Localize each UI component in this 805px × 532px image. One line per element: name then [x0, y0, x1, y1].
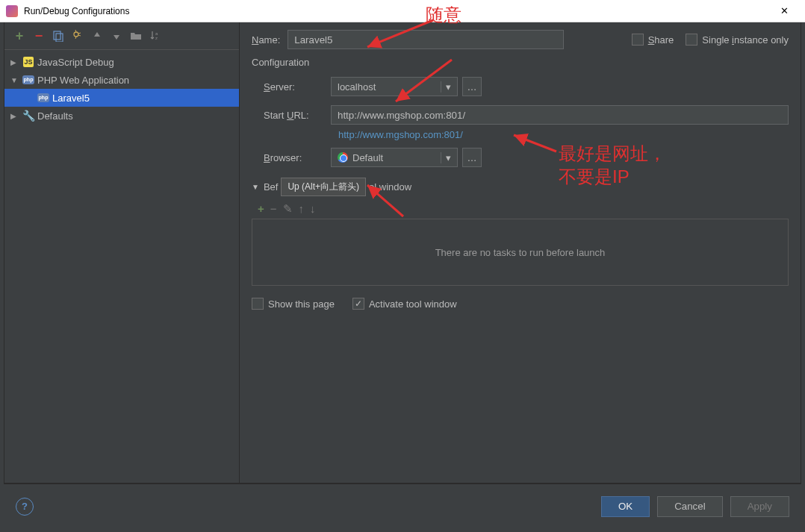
- checkbox-icon: [632, 34, 644, 46]
- browser-label: Browser:: [264, 152, 331, 163]
- share-checkbox[interactable]: Share: [632, 34, 674, 46]
- start-url-input[interactable]: [331, 105, 789, 125]
- dialog-body: + − az ▶ JS Jav: [4, 22, 801, 484]
- browser-value: Default: [352, 152, 383, 163]
- server-label: Server:: [264, 81, 331, 93]
- expand-arrow-icon: ▶: [10, 112, 19, 120]
- svg-point-2: [74, 32, 78, 37]
- tree-item-javascript-debug[interactable]: ▶ JS JavaScript Debug: [4, 53, 239, 71]
- tree-item-php-web-application[interactable]: ▼ php PHP Web Application: [4, 71, 239, 89]
- sort-button[interactable]: az: [148, 28, 163, 43]
- chrome-icon: [338, 152, 348, 163]
- wrench-icon: 🔧: [22, 110, 34, 122]
- tree-item-label: Defaults: [37, 110, 73, 122]
- name-input[interactable]: [288, 30, 564, 49]
- add-task-button[interactable]: +: [258, 202, 264, 216]
- single-instance-label: Single instance only: [702, 34, 789, 46]
- dialog-footer: ? OK Cancel Apply: [4, 484, 801, 528]
- before-launch-section[interactable]: ▼ Bef Up (Alt+向上箭头) ol window: [252, 178, 789, 196]
- activate-tool-window-checkbox[interactable]: Activate tool window: [352, 298, 457, 310]
- server-select[interactable]: localhost ▾: [331, 77, 458, 96]
- close-button[interactable]: ✕: [769, 0, 799, 22]
- php-icon: php: [37, 92, 49, 104]
- php-icon: php: [22, 74, 34, 86]
- name-label: Name:: [252, 34, 280, 46]
- titlebar: Run/Debug Configurations ✕: [0, 0, 805, 22]
- tooltip: Up (Alt+向上箭头): [281, 178, 366, 196]
- config-toolbar: + − az: [4, 28, 239, 50]
- svg-rect-1: [56, 34, 63, 42]
- browser-more-button[interactable]: …: [462, 148, 482, 167]
- show-this-page-label: Show this page: [268, 298, 335, 310]
- server-value: localhost: [338, 81, 376, 93]
- move-down-button[interactable]: [109, 28, 124, 43]
- server-more-button[interactable]: …: [462, 77, 482, 96]
- no-tasks-text: There are no tasks to run before launch: [435, 247, 606, 258]
- svg-rect-0: [54, 31, 60, 40]
- remove-task-button[interactable]: −: [270, 202, 277, 216]
- config-tree: ▶ JS JavaScript Debug ▼ php PHP Web Appl…: [4, 50, 239, 128]
- configurations-panel: + − az ▶ JS Jav: [4, 22, 240, 483]
- js-icon: JS: [22, 56, 34, 68]
- collapse-arrow-icon: ▼: [252, 183, 259, 191]
- browser-select[interactable]: Default ▾: [331, 148, 458, 167]
- expand-arrow-icon: ▶: [10, 58, 19, 66]
- ok-button[interactable]: OK: [601, 496, 650, 517]
- start-url-label: Start URL:: [264, 110, 331, 121]
- share-label: Share: [648, 34, 674, 46]
- svg-text:z: z: [155, 36, 158, 40]
- move-task-up-button[interactable]: ↑: [299, 202, 305, 216]
- start-url-link[interactable]: http://www.mgshop.com:801/: [338, 129, 789, 140]
- single-instance-checkbox[interactable]: Single instance only: [686, 34, 789, 46]
- help-button[interactable]: ?: [16, 498, 34, 516]
- show-this-page-checkbox[interactable]: Show this page: [252, 298, 335, 310]
- configuration-section-title: Configuration: [252, 57, 789, 68]
- activate-tool-window-label: Activate tool window: [369, 298, 457, 310]
- apply-button[interactable]: Apply: [730, 496, 789, 517]
- add-config-button[interactable]: +: [12, 28, 27, 43]
- app-icon: [6, 5, 18, 17]
- collapse-arrow-icon: ▼: [10, 76, 19, 84]
- before-launch-label: Bef: [264, 181, 279, 193]
- tree-item-label: Laravel5: [52, 93, 90, 104]
- chevron-down-icon: ▾: [441, 81, 451, 93]
- cancel-button[interactable]: Cancel: [657, 496, 723, 517]
- remove-config-button[interactable]: −: [31, 28, 46, 43]
- window-title: Run/Debug Configurations: [24, 6, 769, 16]
- before-launch-toolbar: + − ✎ ↑ ↓: [258, 202, 789, 216]
- checkbox-checked-icon: [352, 298, 364, 310]
- before-launch-label-tail: ol window: [369, 181, 411, 193]
- tree-item-laravel5[interactable]: php Laravel5: [4, 89, 239, 107]
- tree-item-label: JavaScript Debug: [37, 57, 114, 68]
- config-form: Name: Share Single instance only Configu…: [240, 22, 801, 483]
- edit-task-button[interactable]: ✎: [283, 202, 293, 216]
- save-config-button[interactable]: [70, 28, 85, 43]
- copy-config-button[interactable]: [51, 28, 66, 43]
- move-task-down-button[interactable]: ↓: [310, 202, 316, 216]
- move-up-button[interactable]: [90, 28, 105, 43]
- checkbox-icon: [686, 34, 697, 46]
- tree-item-defaults[interactable]: ▶ 🔧 Defaults: [4, 107, 239, 125]
- checkbox-icon: [252, 298, 264, 310]
- before-launch-task-list: There are no tasks to run before launch: [252, 219, 789, 286]
- tree-item-label: PHP Web Application: [37, 75, 129, 86]
- folder-button[interactable]: [128, 28, 143, 43]
- chevron-down-icon: ▾: [441, 152, 451, 163]
